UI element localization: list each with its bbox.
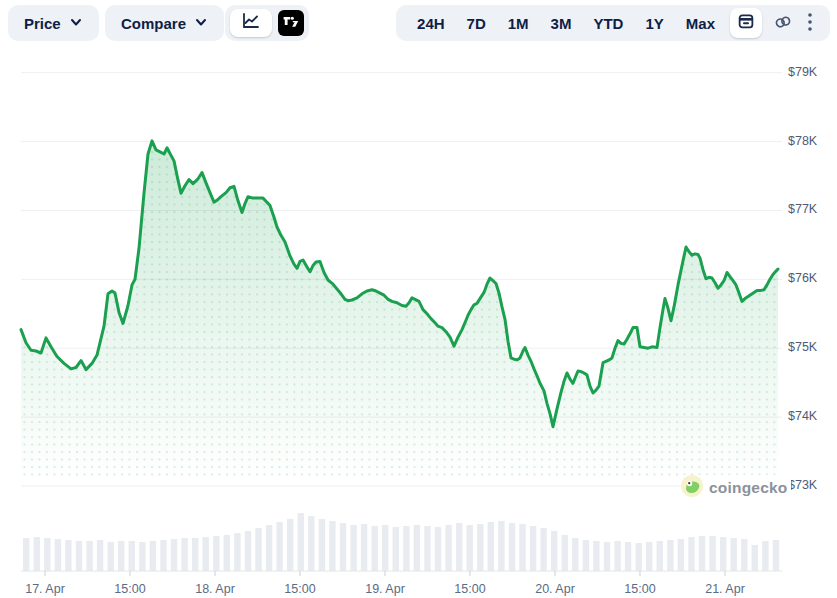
link-icon <box>773 12 793 35</box>
range-3m-button[interactable]: 3M <box>540 5 583 41</box>
price-chart-plot[interactable]: $79K $78K $77K $76K $75K $74K $73K 17. A… <box>0 0 837 598</box>
x-axis-label: 21. Apr <box>705 582 745 596</box>
x-axis-label: 17. Apr <box>25 582 65 596</box>
y-axis-label: $77K <box>788 202 817 216</box>
range-24h-button[interactable]: 24H <box>406 5 456 41</box>
price-dropdown-button[interactable]: Price <box>8 5 99 41</box>
price-chart-canvas <box>0 0 837 598</box>
share-link-button[interactable] <box>766 5 800 41</box>
x-axis-label: 19. Apr <box>365 582 405 596</box>
more-options-button[interactable] <box>800 5 820 41</box>
chart-toolbar: Price Compare <box>0 0 837 46</box>
y-axis-label: $76K <box>788 271 817 285</box>
volume-bars <box>23 513 779 571</box>
y-axis-label: $78K <box>788 134 817 148</box>
time-range-group: 24H 7D 1M 3M YTD 1Y Max <box>396 5 830 41</box>
range-7d-button[interactable]: 7D <box>456 5 497 41</box>
x-axis-label: 15:00 <box>454 582 485 596</box>
x-axis-label: 18. Apr <box>195 582 235 596</box>
compare-dropdown-button[interactable]: Compare <box>105 5 224 41</box>
coingecko-logo-icon <box>681 475 703 501</box>
calendar-icon <box>737 12 755 34</box>
range-1y-button[interactable]: 1Y <box>634 5 674 41</box>
x-axis-label: 15:00 <box>624 582 655 596</box>
calendar-range-button[interactable] <box>730 8 762 38</box>
price-area-fill <box>21 141 778 480</box>
tradingview-toggle[interactable] <box>278 10 304 36</box>
x-axis-label: 15:00 <box>114 582 145 596</box>
y-axis-label: $79K <box>788 65 817 79</box>
range-ytd-button[interactable]: YTD <box>582 5 634 41</box>
x-axis-baseline <box>21 571 782 576</box>
line-chart-icon <box>242 13 260 33</box>
x-axis-label: 20. Apr <box>535 582 575 596</box>
y-axis-label: $73K <box>788 478 817 492</box>
range-1m-button[interactable]: 1M <box>497 5 540 41</box>
price-dropdown-label: Price <box>24 15 61 32</box>
coingecko-wordmark: coingecko <box>709 479 787 497</box>
tradingview-icon <box>282 14 300 32</box>
chevron-down-icon <box>194 15 208 32</box>
line-chart-toggle[interactable] <box>230 9 272 37</box>
y-axis-label: $75K <box>788 340 817 354</box>
compare-dropdown-label: Compare <box>121 15 186 32</box>
kebab-menu-icon <box>807 12 813 35</box>
y-axis-label: $74K <box>788 409 817 423</box>
x-axis-label: 15:00 <box>284 582 315 596</box>
coingecko-watermark: coingecko <box>681 475 791 501</box>
chevron-down-icon <box>69 15 83 32</box>
chart-widget: Price Compare <box>0 0 837 598</box>
chart-type-segmented-control <box>225 5 309 41</box>
range-max-button[interactable]: Max <box>675 5 726 41</box>
